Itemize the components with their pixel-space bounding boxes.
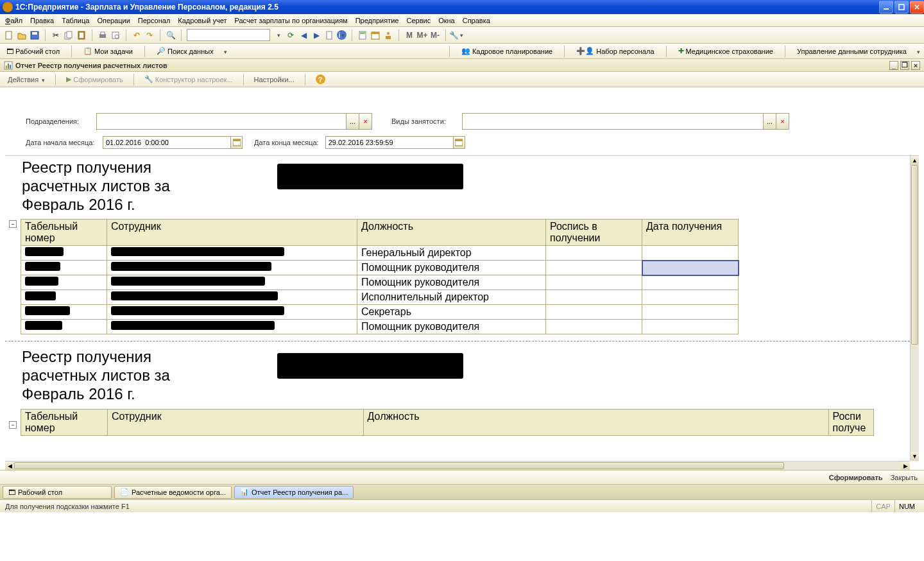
vertical-scrollbar[interactable]: ▲ ▼	[910, 156, 919, 461]
shortcut-overflow-left[interactable]	[223, 47, 227, 55]
table-row[interactable]: Исполнительный директор	[21, 290, 739, 305]
collapse-section-2[interactable]: −	[9, 421, 17, 429]
menu-service[interactable]: Сервис	[406, 17, 431, 24]
close-button[interactable]	[910, 1, 924, 13]
search-icon[interactable]: 🔍	[166, 30, 176, 40]
toolbar-search-dropdown[interactable]	[273, 30, 283, 40]
refresh-icon[interactable]: ⟳	[286, 30, 296, 40]
menu-windows[interactable]: Окна	[438, 17, 455, 24]
doc-restore-button[interactable]: ❐	[900, 61, 909, 70]
actions-button[interactable]: Действия	[4, 74, 49, 85]
tab-payroll-sheets[interactable]: 📄Расчетные ведомости орга...	[114, 486, 232, 499]
nav-back-icon[interactable]: ◀	[298, 30, 309, 40]
departments-select-button[interactable]: ...	[346, 113, 359, 130]
scroll-right-button[interactable]: ▶	[901, 462, 910, 470]
date-start-calendar-button[interactable]	[231, 136, 243, 149]
scroll-thumb-v[interactable]	[911, 165, 918, 345]
help-icon[interactable]: i	[337, 30, 346, 40]
toolbar-search-input[interactable]	[187, 29, 270, 41]
clipboard-icon[interactable]	[324, 30, 334, 40]
shortcut-data-search[interactable]: 🔎Поиск данных	[154, 46, 216, 56]
menu-enterprise[interactable]: Предприятие	[355, 17, 399, 24]
menu-table[interactable]: Таблица	[62, 17, 89, 24]
tab-report[interactable]: 📊Отчет Реестр получения ра...	[234, 486, 354, 499]
calc-icon[interactable]	[357, 30, 368, 40]
nav-fwd-icon[interactable]: ▶	[311, 30, 321, 40]
table-header-row: Табельный номер Сотрудник Должность Росп…	[21, 220, 739, 246]
menu-edit[interactable]: Правка	[30, 17, 54, 24]
shortcut-recruitment[interactable]: ➕👤Набор персонала	[574, 46, 656, 56]
print-preview-icon[interactable]	[110, 30, 121, 40]
doc-minimize-button[interactable]: _	[889, 61, 898, 70]
settings-constructor-button[interactable]: 🔧Конструктор настроек...	[141, 74, 237, 85]
scroll-thumb-h[interactable]	[14, 462, 784, 469]
table-row[interactable]: Генеральный директор	[21, 246, 739, 261]
departments-input[interactable]	[96, 113, 346, 130]
date-end-input[interactable]	[325, 136, 454, 149]
menu-hr-accounting[interactable]: Кадровый учет	[178, 17, 227, 24]
settings-button[interactable]: Настройки...	[250, 74, 298, 85]
copy-icon[interactable]	[64, 30, 74, 40]
col-tab-no: Табельный номер	[21, 220, 107, 246]
doc-close-button[interactable]: ×	[911, 61, 920, 70]
titlebar: 1С:Предприятие - Зарплата и Управление П…	[0, 0, 924, 14]
print-icon[interactable]	[98, 30, 108, 40]
departments-clear-button[interactable]: ×	[359, 113, 372, 130]
shortcut-overflow-right[interactable]	[916, 47, 920, 55]
tab-desktop[interactable]: 🗔Рабочий стол	[3, 486, 112, 499]
selected-cell[interactable]	[642, 261, 739, 275]
date-start-input[interactable]	[103, 136, 231, 149]
m-minus-icon[interactable]: M-	[430, 30, 440, 40]
new-icon[interactable]	[4, 30, 14, 40]
redo-icon[interactable]: ↷	[144, 30, 155, 40]
shortcut-hr-planning[interactable]: 👥Кадровое планирование	[459, 46, 555, 56]
maximize-button[interactable]	[894, 1, 909, 13]
main-toolbar: ✂ ↶ ↷ 🔍 ⟳ ◀ ▶ i M M+ M- 🔧	[0, 27, 924, 44]
shortcut-data-mgmt[interactable]: Управление данными сотрудника	[794, 46, 909, 56]
calendar-icon[interactable]	[370, 30, 381, 40]
generate-button[interactable]: ▶Сформировать	[62, 74, 127, 85]
menu-personnel[interactable]: Персонал	[138, 17, 171, 24]
status-hint: Для получения подсказки нажмите F1	[5, 503, 130, 510]
help-button[interactable]: ?	[312, 73, 329, 85]
menu-operations[interactable]: Операции	[97, 17, 130, 24]
scroll-left-button[interactable]: ◀	[5, 462, 14, 470]
undo-icon[interactable]: ↶	[132, 30, 142, 40]
table-row[interactable]: Помощник руководителя	[21, 320, 739, 334]
svg-rect-4	[32, 32, 37, 35]
date-end-calendar-button[interactable]	[454, 136, 465, 149]
scroll-down-button[interactable]: ▼	[911, 452, 919, 461]
m-icon[interactable]: M	[404, 30, 415, 40]
window-title: 1С:Предприятие - Зарплата и Управление П…	[15, 3, 878, 12]
shortcut-med-insurance[interactable]: ✚Медицинское страхование	[676, 46, 776, 56]
employment-types-input[interactable]	[462, 113, 764, 130]
report-inner[interactable]: − Реестр получения расчетных листов за Ф…	[5, 156, 910, 461]
org-icon[interactable]	[383, 30, 393, 40]
shortcut-my-tasks[interactable]: 📋Мои задачи	[81, 46, 135, 56]
horizontal-scrollbar[interactable]: ◀ ▶	[5, 461, 910, 470]
tools-icon[interactable]: 🔧	[451, 30, 461, 40]
scroll-up-button[interactable]: ▲	[911, 156, 919, 165]
table-row[interactable]: Секретарь	[21, 305, 739, 320]
menu-file[interactable]: Файл	[5, 17, 22, 24]
footer-generate-button[interactable]: Сформировать	[829, 474, 883, 481]
open-icon[interactable]	[17, 30, 27, 40]
employment-types-select-button[interactable]: ...	[764, 113, 776, 130]
menu-payroll[interactable]: Расчет зарплаты по организациям	[235, 17, 348, 24]
table-row[interactable]: Помощник руководителя	[21, 261, 739, 275]
cut-icon[interactable]: ✂	[51, 30, 61, 40]
paste-icon[interactable]	[76, 30, 87, 40]
collapse-section-1[interactable]: −	[9, 220, 17, 228]
employment-types-clear-button[interactable]: ×	[776, 113, 789, 130]
minimize-button[interactable]	[879, 1, 893, 13]
menu-help[interactable]: Справка	[463, 17, 490, 24]
svg-rect-1	[899, 4, 904, 10]
m-plus-icon[interactable]: M+	[417, 30, 427, 40]
table-row[interactable]: Помощник руководителя	[21, 275, 739, 290]
save-icon[interactable]	[30, 30, 40, 40]
main-menu: Файл Правка Таблица Операции Персонал Ка…	[0, 14, 924, 27]
footer-close-button[interactable]: Закрыть	[891, 474, 918, 481]
desktop-icon: 🗔	[8, 488, 15, 496]
shortcut-desktop[interactable]: 🗔Рабочий стол	[4, 46, 62, 56]
planning-icon: 👥	[461, 47, 470, 55]
